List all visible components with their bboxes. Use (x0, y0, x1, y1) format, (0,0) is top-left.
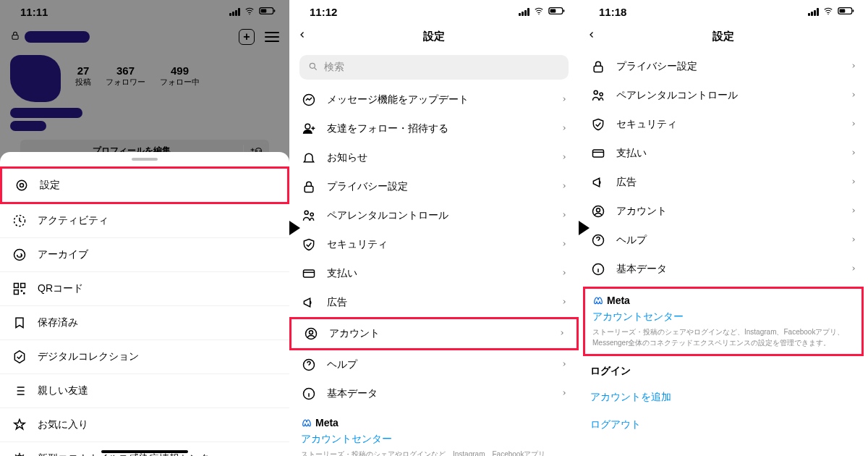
stat-followers[interactable]: 367フォロワー (106, 64, 145, 88)
row-label: ペアレンタルコントロール (327, 209, 551, 222)
chevron-right-icon (561, 123, 567, 135)
profile-header: + 27投稿 367フォロワー 499フォロー中 プロフィールを編集 ⁺⚇ (0, 20, 289, 168)
chevron-right-icon (561, 359, 567, 371)
search-field[interactable]: 検索 (299, 55, 569, 80)
stat-posts[interactable]: 27投稿 (75, 64, 91, 88)
sheet-handle[interactable] (132, 158, 158, 161)
status-icons (808, 6, 855, 18)
row-payment[interactable]: 支払い (579, 139, 868, 168)
row-parental[interactable]: ペアレンタルコントロール (289, 201, 579, 230)
row-security[interactable]: セキュリティ (579, 110, 868, 139)
row-label: 広告 (616, 176, 841, 189)
page-title: 設定 (423, 30, 445, 43)
username-redacted (25, 31, 90, 43)
step-arrow-icon (289, 210, 304, 249)
battery-icon (548, 6, 566, 18)
menu-label: 親しい友達 (38, 384, 88, 397)
archive-icon (12, 248, 27, 262)
menu-label: デジタルコレクション (38, 350, 139, 363)
row-security[interactable]: セキュリティ (289, 230, 579, 259)
chevron-right-icon (561, 268, 567, 280)
menu-item-close-friends[interactable]: 親しい友達 (0, 374, 289, 408)
row-account[interactable]: アカウント (289, 317, 579, 350)
meta-section[interactable]: Meta アカウントセンター ストーリーズ・投稿のシェアやログインなど、Inst… (583, 287, 864, 356)
account-icon (303, 326, 319, 341)
qr-icon (12, 282, 27, 296)
row-account[interactable]: アカウント (579, 197, 868, 226)
status-icons (229, 6, 276, 18)
chevron-right-icon (561, 239, 567, 251)
chevron-right-icon (561, 210, 567, 222)
row-follow-invite[interactable]: 友達をフォロー・招待する (289, 114, 579, 143)
lock-icon (10, 30, 20, 43)
row-ads[interactable]: 広告 (579, 168, 868, 197)
new-post-button[interactable]: + (239, 29, 255, 45)
megaphone-icon (590, 175, 606, 190)
row-payment[interactable]: 支払い (289, 259, 579, 288)
hexagon-icon (12, 350, 27, 364)
row-about[interactable]: 基本データ (579, 255, 868, 284)
chevron-right-icon (561, 297, 567, 309)
messenger-icon (301, 93, 317, 107)
meta-logo: Meta (301, 417, 567, 428)
row-notifications[interactable]: お知らせ (289, 143, 579, 172)
menu-label: 保存済み (38, 316, 78, 329)
menu-item-saved[interactable]: 保存済み (0, 306, 289, 340)
menu-item-activity[interactable]: アクティビティ (0, 204, 289, 238)
row-label: 広告 (327, 296, 551, 309)
wifi-icon (243, 6, 256, 18)
back-button[interactable] (298, 28, 307, 45)
row-privacy[interactable]: プライバシー設定 (289, 172, 579, 201)
menu-item-settings[interactable]: 設定 (0, 166, 289, 204)
search-icon (308, 62, 318, 74)
accounts-center-link[interactable]: アカウントセンター (301, 433, 567, 446)
row-label: プライバシー設定 (327, 180, 551, 193)
meta-description: ストーリーズ・投稿のシェアやログインなど、Instagram、Facebookア… (301, 449, 567, 456)
login-header: ログイン (590, 365, 856, 378)
row-label: アカウント (329, 327, 549, 340)
screenshot-3: 11:18 設定 プライバシー設定 ペアレンタルコントロール セキュリティ 支払… (579, 0, 868, 456)
lock-icon (301, 180, 317, 194)
bell-icon (301, 151, 317, 165)
meta-section: Meta アカウントセンター ストーリーズ・投稿のシェアやログインなど、Inst… (289, 408, 579, 456)
back-button[interactable] (587, 28, 596, 45)
menu-label: アーカイブ (38, 248, 88, 261)
add-account-link[interactable]: アカウントを追加 (590, 384, 856, 411)
row-privacy[interactable]: プライバシー設定 (579, 52, 868, 81)
menu-label: お気に入り (38, 418, 88, 431)
logout-link[interactable]: ログアウト (590, 411, 856, 439)
menu-item-qr[interactable]: QRコード (0, 272, 289, 306)
row-label: 支払い (616, 147, 841, 160)
home-indicator[interactable] (101, 450, 188, 453)
chevron-right-icon (851, 61, 856, 73)
bio-redacted-2 (10, 121, 46, 131)
status-bar: 11:11 (0, 0, 289, 20)
row-label: セキュリティ (327, 238, 551, 251)
screenshot-1: 11:11 + 27投稿 (0, 0, 289, 456)
menu-item-covid[interactable]: 新型コロナウイルス感染症情報センター (0, 442, 289, 456)
menu-button[interactable] (265, 32, 279, 42)
activity-icon (12, 214, 27, 228)
stat-following[interactable]: 499フォロー中 (160, 64, 200, 88)
row-about[interactable]: 基本データ (289, 379, 579, 408)
row-help[interactable]: ヘルプ (289, 350, 579, 379)
menu-item-favorites[interactable]: お気に入り (0, 408, 289, 442)
accounts-center-link[interactable]: アカウントセンター (592, 311, 854, 324)
chevron-right-icon (561, 181, 567, 193)
menu-item-digital[interactable]: デジタルコレクション (0, 340, 289, 374)
shield-icon (590, 117, 606, 132)
row-ads[interactable]: 広告 (289, 288, 579, 317)
row-help[interactable]: ヘルプ (579, 226, 868, 255)
row-parental[interactable]: ペアレンタルコントロール (579, 81, 868, 110)
gear-icon (14, 178, 30, 193)
row-label: プライバシー設定 (616, 60, 841, 73)
lock-icon (590, 59, 606, 74)
row-messenger[interactable]: メッセージ機能をアップデート (289, 85, 579, 114)
chevron-right-icon (561, 388, 567, 400)
menu-item-archive[interactable]: アーカイブ (0, 238, 289, 272)
profile-stats: 27投稿 367フォロワー 499フォロー中 (75, 64, 200, 88)
list-icon (12, 384, 27, 398)
card-icon (590, 146, 606, 161)
chevron-right-icon (851, 206, 856, 218)
chevron-right-icon (561, 94, 567, 106)
